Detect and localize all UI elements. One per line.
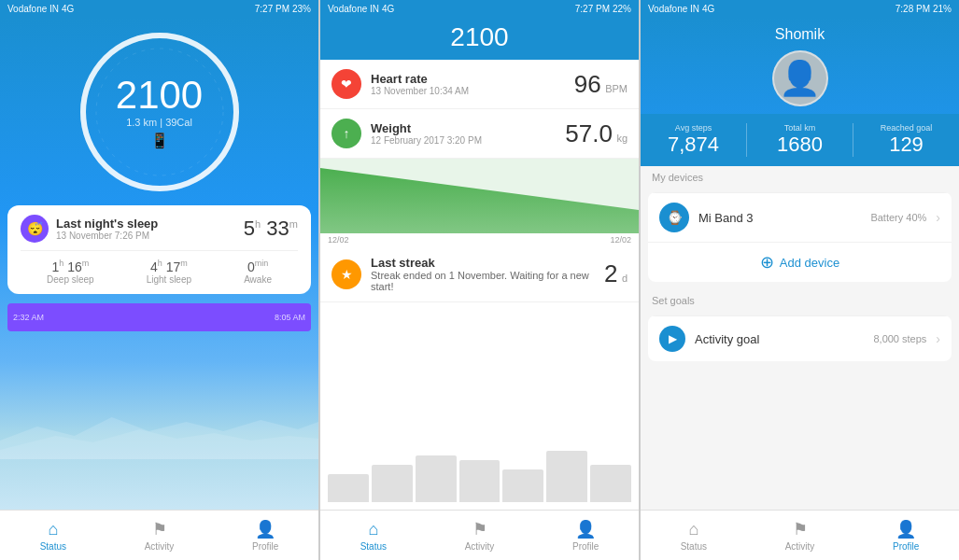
nav-activity-2[interactable]: ⚑ Activity xyxy=(427,511,533,560)
nav-status-label-2: Status xyxy=(360,541,387,552)
steps-circle-container: 2100 1.3 km | 39Cal 📱 xyxy=(76,28,244,196)
home-icon-3: ⌂ xyxy=(688,520,698,539)
home-icon-1: ⌂ xyxy=(48,520,58,539)
status-bar-left-2: Vodafone IN 4G xyxy=(328,4,394,14)
streak-value-group: 2 d xyxy=(604,259,628,288)
phone1-status-screen: Vodafone IN 4G 7:27 PM 23% 2100 1.3 km |… xyxy=(0,0,318,560)
nav-status-label-3: Status xyxy=(681,541,707,552)
network-3: 4G xyxy=(702,4,714,14)
heart-rate-value-group: 96 BPM xyxy=(574,70,628,99)
chevron-icon-device: › xyxy=(936,210,940,225)
sleep-bar: 2:32 AM 8:05 AM xyxy=(7,303,311,331)
nav-status-label-1: Status xyxy=(40,541,66,552)
add-device-row[interactable]: ⊕ Add device xyxy=(648,242,952,282)
carrier-1: Vodafone IN xyxy=(7,4,59,14)
heart-rate-row[interactable]: ❤ Heart rate 13 November 10:34 AM 96 BPM xyxy=(320,60,639,109)
battery-1: 23% xyxy=(292,4,311,14)
bar-7 xyxy=(590,465,631,502)
chart-labels: 12/02 12/02 xyxy=(320,233,639,246)
bar-1 xyxy=(328,474,369,502)
heart-rate-unit: BPM xyxy=(605,83,628,94)
status-bar-right-3: 7:28 PM 21% xyxy=(896,4,952,14)
status-bar-right-2: 7:27 PM 22% xyxy=(575,4,631,14)
sleep-card: 😴 Last night's sleep 13 November 7:26 PM… xyxy=(7,205,311,294)
devices-card: ⌚ Mi Band 3 Battery 40% › ⊕ Add device xyxy=(648,192,952,282)
flag-icon-1: ⚑ xyxy=(152,519,167,539)
reached-goal-value: 129 xyxy=(853,133,959,157)
activity-goal-row[interactable]: ▶ Activity goal 8,000 steps › xyxy=(648,315,952,361)
deep-sleep-stat: 1h 16m Deep sleep xyxy=(47,259,94,285)
chart-label-end: 12/02 xyxy=(610,235,631,245)
nav-status-2[interactable]: ⌂ Status xyxy=(320,511,427,560)
last-streak-row[interactable]: ★ Last streak Streak ended on 1 November… xyxy=(320,246,639,302)
time-1: 7:27 PM xyxy=(255,4,289,14)
sleep-stats: 1h 16m Deep sleep 4h 17m Light sleep 0mi… xyxy=(21,250,298,285)
weight-date: 12 February 2017 3:20 PM xyxy=(371,135,556,146)
nav-profile-label-3: Profile xyxy=(893,541,919,552)
nav-profile-1[interactable]: 👤 Profile xyxy=(212,511,318,560)
awake-value: 0min xyxy=(244,259,272,274)
weight-value-group: 57.0 kg xyxy=(565,119,628,148)
light-sleep-value: 4h 17m xyxy=(147,259,191,274)
goals-section-title: Set goals xyxy=(641,289,959,308)
steps-center: 2100 1.3 km | 39Cal 📱 xyxy=(116,76,203,149)
home-icon-2: ⌂ xyxy=(368,520,378,539)
heart-rate-text: Heart rate 13 November 10:34 AM xyxy=(371,72,565,96)
heart-rate-value: 96 xyxy=(574,70,601,98)
phone-icon: 📱 xyxy=(150,132,169,149)
plus-circle-icon: ⊕ xyxy=(760,252,774,273)
nav-status-3[interactable]: ⌂ Status xyxy=(641,511,747,560)
sleep-bar-end: 8:05 AM xyxy=(275,313,305,322)
sleep-date: 13 November 7:26 PM xyxy=(56,231,158,241)
person-icon-2: 👤 xyxy=(575,519,596,539)
avatar: 👤 xyxy=(772,50,828,106)
device-battery: Battery 40% xyxy=(870,212,926,223)
status-bar-right-1: 7:27 PM 23% xyxy=(255,4,311,14)
deep-sleep-label: Deep sleep xyxy=(47,274,94,285)
phone2-steps-count: 2100 xyxy=(450,22,508,51)
bottom-nav-2: ⌂ Status ⚑ Activity 👤 Profile xyxy=(320,510,639,560)
nav-profile-label-2: Profile xyxy=(572,541,599,552)
total-km-label: Total km xyxy=(747,123,853,133)
profile-header: Shomik 👤 Avg steps 7,874 Total km 1680 R… xyxy=(641,17,959,166)
steps-sub: 1.3 km | 39Cal xyxy=(126,117,192,128)
reached-goal-col: Reached goal 129 xyxy=(853,123,959,157)
network-2: 4G xyxy=(382,4,394,14)
nav-profile-2[interactable]: 👤 Profile xyxy=(532,511,639,560)
weight-row[interactable]: ↑ Weight 12 February 2017 3:20 PM 57.0 k… xyxy=(320,109,639,159)
mi-band-row[interactable]: ⌚ Mi Band 3 Battery 40% › xyxy=(648,192,952,242)
reached-goal-label: Reached goal xyxy=(853,123,959,133)
person-icon-1: 👤 xyxy=(255,519,275,539)
chevron-icon-goal: › xyxy=(936,331,940,346)
phone2-activity-screen: Vodafone IN 4G 7:27 PM 22% 2100 ❤ Heart … xyxy=(320,0,639,560)
sleep-left: 😴 Last night's sleep 13 November 7:26 PM xyxy=(21,215,158,243)
person-icon-3: 👤 xyxy=(896,519,916,539)
status-bar-left-1: Vodafone IN 4G xyxy=(7,4,74,14)
goals-card: ▶ Activity goal 8,000 steps › xyxy=(648,315,952,361)
streak-title: Last streak xyxy=(371,256,595,270)
phone3-profile-screen: Vodafone IN 4G 7:28 PM 21% Shomik 👤 Avg … xyxy=(641,0,959,560)
carrier-3: Vodafone IN xyxy=(648,4,699,14)
nav-profile-label-1: Profile xyxy=(252,541,278,552)
time-2: 7:27 PM xyxy=(575,4,610,14)
nav-status-1[interactable]: ⌂ Status xyxy=(0,511,106,560)
nav-activity-label-1: Activity xyxy=(145,541,175,552)
avg-steps-label: Avg steps xyxy=(641,123,746,133)
awake-label: Awake xyxy=(244,274,272,285)
deep-sleep-value: 1h 16m xyxy=(47,259,94,274)
weight-title: Weight xyxy=(371,121,556,135)
nav-activity-label-2: Activity xyxy=(465,541,495,552)
phone2-steps-header: 2100 xyxy=(320,17,639,60)
sleep-title: Last night's sleep xyxy=(56,217,158,231)
streak-icon: ★ xyxy=(331,259,361,289)
nav-activity-3[interactable]: ⚑ Activity xyxy=(747,511,853,560)
bar-3 xyxy=(416,455,457,502)
bar-chart-area xyxy=(320,302,639,510)
heart-rate-title: Heart rate xyxy=(371,72,565,86)
phone3-content: Shomik 👤 Avg steps 7,874 Total km 1680 R… xyxy=(641,17,959,510)
heart-rate-date: 13 November 10:34 AM xyxy=(371,86,565,96)
streak-unit: d xyxy=(622,273,628,284)
nav-profile-3[interactable]: 👤 Profile xyxy=(853,511,959,560)
flag-icon-3: ⚑ xyxy=(793,519,808,539)
nav-activity-1[interactable]: ⚑ Activity xyxy=(106,511,213,560)
